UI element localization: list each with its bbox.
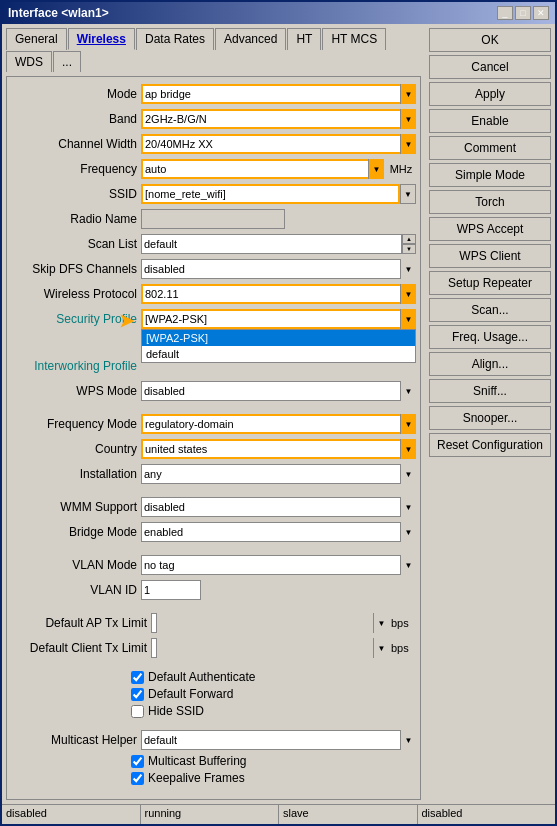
installation-row: Installation any ▼ [11,463,416,485]
comment-button[interactable]: Comment [429,136,551,160]
ok-button[interactable]: OK [429,28,551,52]
freq-usage-button[interactable]: Freq. Usage... [429,325,551,349]
maximize-button[interactable]: □ [515,6,531,20]
tab-wireless[interactable]: Wireless [68,28,135,50]
left-panel: General Wireless Data Rates Advanced HT … [2,24,425,804]
frequency-select[interactable]: auto [141,159,384,179]
simple-mode-button[interactable]: Simple Mode [429,163,551,187]
separator-1 [11,405,416,413]
tab-bar: General Wireless Data Rates Advanced HT … [6,28,421,72]
reset-config-button[interactable]: Reset Configuration [429,433,551,457]
skip-dfs-label: Skip DFS Channels [11,262,141,276]
multicast-helper-wrapper: default ▼ [141,730,416,750]
separator-6 [11,721,416,729]
dropdown-item-default[interactable]: default [142,346,415,362]
scan-list-down-button[interactable]: ▼ [402,244,416,254]
minimize-button[interactable]: _ [497,6,513,20]
default-client-control: ▼ bps [151,638,416,658]
tab-data-rates[interactable]: Data Rates [136,28,214,50]
scan-list-select[interactable]: default [141,234,402,254]
multicast-helper-select[interactable]: default [141,730,416,750]
default-fwd-checkbox[interactable] [131,688,144,701]
status-bar: disabled running slave disabled [2,804,555,824]
default-ap-control: ▼ bps [151,613,416,633]
multicast-buf-row: Multicast Buffering [11,754,416,768]
wmm-select[interactable]: disabled [141,497,416,517]
vlan-mode-select[interactable]: no tag [141,555,416,575]
frequency-mode-wrapper: regulatory-domain ▼ [141,414,416,434]
wireless-protocol-row: Wireless Protocol 802.11 ▼ [11,283,416,305]
frequency-mode-select[interactable]: regulatory-domain [141,414,416,434]
separator-4 [11,604,416,612]
tab-content: Mode ap bridge ▼ Band [6,76,421,800]
scan-list-up-button[interactable]: ▲ [402,234,416,244]
frequency-label: Frequency [11,162,141,176]
mode-row: Mode ap bridge ▼ [11,83,416,105]
separator-2 [11,488,416,496]
multicast-buf-checkbox[interactable] [131,755,144,768]
dropdown-item-wpa2[interactable]: [WPA2-PSK] [142,330,415,346]
frequency-control: auto ▼ MHz [141,159,416,179]
tab-ht-mcs[interactable]: HT MCS [322,28,386,50]
vlan-id-input[interactable] [141,580,201,600]
bridge-mode-select[interactable]: enabled [141,522,416,542]
wps-mode-select[interactable]: disabled [141,381,416,401]
wps-accept-button[interactable]: WPS Accept [429,217,551,241]
hide-ssid-checkbox[interactable] [131,705,144,718]
radio-name-input[interactable] [141,209,285,229]
wireless-protocol-wrapper: 802.11 ▼ [141,284,416,304]
band-select[interactable]: 2GHz-B/G/N [141,109,416,129]
bridge-mode-row: Bridge Mode enabled ▼ [11,521,416,543]
align-button[interactable]: Align... [429,352,551,376]
scan-list-field: default ▲ ▼ [141,234,416,254]
title-bar: Interface <wlan1> _ □ ✕ [2,2,555,24]
keepalive-checkbox[interactable] [131,772,144,785]
right-panel: OK Cancel Apply Enable Comment Simple Mo… [425,24,555,804]
radio-name-field [141,209,416,229]
radio-name-row: Radio Name [11,208,416,230]
close-button[interactable]: ✕ [533,6,549,20]
ssid-input[interactable] [141,184,400,204]
installation-select[interactable]: any [141,464,416,484]
installation-label: Installation [11,467,141,481]
cancel-button[interactable]: Cancel [429,55,551,79]
setup-repeater-button[interactable]: Setup Repeater [429,271,551,295]
enable-button[interactable]: Enable [429,109,551,133]
tab-advanced[interactable]: Advanced [215,28,286,50]
security-profile-row: ➤ Security Profile [WPA2-PSK] ▼ [WPA2-PS… [11,308,416,330]
snooper-button[interactable]: Snooper... [429,406,551,430]
tab-ht[interactable]: HT [287,28,321,50]
security-profile-wrapper: [WPA2-PSK] ▼ [141,309,416,329]
channel-width-select[interactable]: 20/40MHz XX [141,134,416,154]
skip-dfs-select[interactable]: disabled [141,259,416,279]
country-select[interactable]: united states [141,439,416,459]
sniff-button[interactable]: Sniff... [429,379,551,403]
tab-wds[interactable]: WDS [6,51,52,72]
vlan-mode-label: VLAN Mode [11,558,141,572]
tab-general[interactable]: General [6,28,67,50]
band-field: 2GHz-B/G/N ▼ [141,109,416,129]
default-ap-select[interactable] [151,613,157,633]
ssid-row: SSID ▼ [11,183,416,205]
mode-select[interactable]: ap bridge [141,84,416,104]
default-client-select[interactable] [151,638,157,658]
multicast-buf-label: Multicast Buffering [148,754,247,768]
multicast-helper-label: Multicast Helper [11,733,141,747]
channel-width-wrapper: 20/40MHz XX ▼ [141,134,416,154]
radio-name-label: Radio Name [11,212,141,226]
scan-button[interactable]: Scan... [429,298,551,322]
ssid-dropdown-button[interactable]: ▼ [400,184,416,204]
security-profile-display[interactable]: [WPA2-PSK] [141,309,416,329]
band-row: Band 2GHz-B/G/N ▼ [11,108,416,130]
apply-button[interactable]: Apply [429,82,551,106]
tab-more[interactable]: ... [53,51,81,72]
wireless-protocol-select[interactable]: 802.11 [141,284,416,304]
vlan-id-field [141,580,416,600]
wps-mode-row: WPS Mode disabled ▼ [11,380,416,402]
torch-button[interactable]: Torch [429,190,551,214]
default-auth-checkbox[interactable] [131,671,144,684]
default-fwd-row: Default Forward [11,687,416,701]
channel-width-field: 20/40MHz XX ▼ [141,134,416,154]
wps-client-button[interactable]: WPS Client [429,244,551,268]
skip-dfs-wrapper: disabled ▼ [141,259,416,279]
